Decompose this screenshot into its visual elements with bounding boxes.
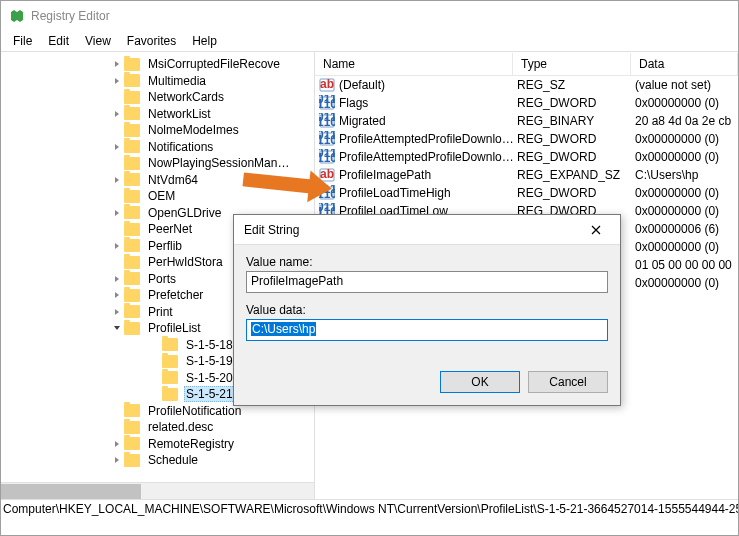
list-row[interactable]: 011110ProfileAttemptedProfileDownloa...R… — [315, 148, 738, 166]
col-header-data[interactable]: Data — [631, 53, 738, 75]
tree-label: S-1-5-18 — [184, 338, 235, 352]
folder-icon — [124, 421, 140, 434]
dialog-titlebar[interactable]: Edit String — [234, 215, 620, 245]
menu-help[interactable]: Help — [184, 32, 225, 50]
no-expander — [149, 355, 161, 367]
tree-item[interactable]: NetworkCards — [1, 89, 314, 106]
value-data: 0x00000000 (0) — [635, 186, 738, 200]
no-expander — [111, 124, 123, 136]
binary-value-icon: 011110 — [319, 95, 335, 111]
app-icon — [9, 8, 25, 24]
value-name: Flags — [339, 96, 517, 110]
no-expander — [111, 157, 123, 169]
tree-item[interactable]: Schedule — [1, 452, 314, 469]
no-expander — [111, 223, 123, 235]
titlebar: Registry Editor — [1, 1, 738, 31]
folder-icon — [124, 74, 140, 87]
folder-icon — [124, 404, 140, 417]
tree-item[interactable]: NetworkList — [1, 106, 314, 123]
value-data-input[interactable]: C:\Users\hp — [246, 319, 608, 341]
svg-text:ab: ab — [320, 167, 334, 181]
ok-button[interactable]: OK — [440, 371, 520, 393]
tree-hscrollbar[interactable] — [1, 482, 314, 499]
list-header[interactable]: Name Type Data — [315, 52, 738, 76]
expand-icon[interactable] — [111, 240, 123, 252]
tree-label: S-1-5-19 — [184, 354, 235, 368]
tree-item[interactable]: MsiCorruptedFileRecove — [1, 56, 314, 73]
folder-icon — [124, 454, 140, 467]
list-row[interactable]: 011110MigratedREG_BINARY20 a8 4d 0a 2e c… — [315, 112, 738, 130]
expand-icon[interactable] — [111, 306, 123, 318]
expand-icon[interactable] — [111, 207, 123, 219]
folder-icon — [124, 140, 140, 153]
tree-item[interactable]: OEM — [1, 188, 314, 205]
value-data: C:\Users\hp — [635, 168, 738, 182]
tree-label: ProfileList — [146, 321, 203, 335]
no-expander — [149, 339, 161, 351]
list-row[interactable]: 011110FlagsREG_DWORD0x00000000 (0) — [315, 94, 738, 112]
no-expander — [111, 421, 123, 433]
svg-text:110: 110 — [319, 187, 335, 201]
folder-icon — [162, 338, 178, 351]
folder-icon — [124, 322, 140, 335]
binary-value-icon: 011110 — [319, 185, 335, 201]
no-expander — [111, 405, 123, 417]
expand-icon[interactable] — [111, 438, 123, 450]
folder-icon — [124, 91, 140, 104]
tree-item[interactable]: NtVdm64 — [1, 172, 314, 189]
close-button[interactable] — [576, 216, 616, 244]
folder-icon — [124, 289, 140, 302]
list-row[interactable]: 011110ProfileLoadTimeHighREG_DWORD0x0000… — [315, 184, 738, 202]
no-expander — [111, 190, 123, 202]
menu-favorites[interactable]: Favorites — [119, 32, 184, 50]
folder-icon — [124, 124, 140, 137]
expand-icon[interactable] — [111, 273, 123, 285]
menu-file[interactable]: File — [5, 32, 40, 50]
expand-icon[interactable] — [111, 108, 123, 120]
menu-view[interactable]: View — [77, 32, 119, 50]
col-header-type[interactable]: Type — [513, 53, 631, 75]
value-name-label: Value name: — [246, 255, 608, 269]
folder-icon — [124, 58, 140, 71]
value-type: REG_BINARY — [517, 114, 635, 128]
col-header-name[interactable]: Name — [315, 53, 513, 75]
expand-icon[interactable] — [111, 454, 123, 466]
collapse-icon[interactable] — [111, 322, 123, 334]
tree-item[interactable]: NolmeModeImes — [1, 122, 314, 139]
tree-label: Prefetcher — [146, 288, 205, 302]
value-data-label: Value data: — [246, 303, 608, 317]
folder-icon — [124, 190, 140, 203]
edit-string-dialog: Edit String Value name: ProfileImagePath… — [233, 214, 621, 406]
binary-value-icon: 011110 — [319, 149, 335, 165]
menubar: File Edit View Favorites Help — [1, 31, 738, 51]
expand-icon[interactable] — [111, 75, 123, 87]
scrollbar-thumb[interactable] — [1, 484, 141, 499]
statusbar: Computer\HKEY_LOCAL_MACHINE\SOFTWARE\Mic… — [1, 499, 738, 519]
menu-edit[interactable]: Edit — [40, 32, 77, 50]
tree-item[interactable]: related.desc — [1, 419, 314, 436]
list-row[interactable]: 011110ProfileAttemptedProfileDownloa...R… — [315, 130, 738, 148]
expand-icon[interactable] — [111, 58, 123, 70]
tree-item[interactable]: RemoteRegistry — [1, 436, 314, 453]
svg-text:110: 110 — [319, 133, 335, 147]
tree-item[interactable]: NowPlayingSessionMan… — [1, 155, 314, 172]
cancel-button[interactable]: Cancel — [528, 371, 608, 393]
expand-icon[interactable] — [111, 141, 123, 153]
tree-label: ProfileNotification — [146, 404, 243, 418]
tree-item[interactable]: Notifications — [1, 139, 314, 156]
expand-icon[interactable] — [111, 174, 123, 186]
value-name-input[interactable]: ProfileImagePath — [246, 271, 608, 293]
folder-icon — [162, 388, 178, 401]
tree-label: related.desc — [146, 420, 215, 434]
expand-icon[interactable] — [111, 289, 123, 301]
tree-label: RemoteRegistry — [146, 437, 236, 451]
value-type: REG_DWORD — [517, 150, 635, 164]
folder-icon — [124, 256, 140, 269]
tree-label: Ports — [146, 272, 178, 286]
value-data: 01 05 00 00 00 00 — [635, 258, 738, 272]
folder-icon — [124, 206, 140, 219]
tree-item[interactable]: Multimedia — [1, 73, 314, 90]
window-title: Registry Editor — [31, 9, 110, 23]
list-row[interactable]: abProfileImagePathREG_EXPAND_SZC:\Users\… — [315, 166, 738, 184]
list-row[interactable]: ab(Default)REG_SZ(value not set) — [315, 76, 738, 94]
